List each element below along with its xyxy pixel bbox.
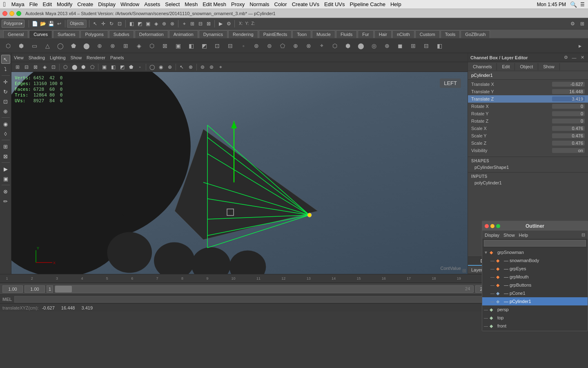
viewport-resize-handle[interactable]: ⊞ xyxy=(461,267,468,274)
save-icon[interactable]: 💾 xyxy=(47,20,55,27)
outliner-item-grpsnowman[interactable]: ▼ ◆ grpSnowman xyxy=(482,248,588,256)
show-manip[interactable]: ⊗ xyxy=(1,187,10,196)
shape-pcylindershape1[interactable]: pCylinderShape1 xyxy=(468,164,588,171)
shelf-icon-17[interactable]: ⊡ xyxy=(211,40,223,52)
vt-icon-16[interactable]: ◉ xyxy=(157,63,165,71)
render2[interactable]: ⚙ xyxy=(225,20,232,27)
rotate-icon[interactable]: ↻ xyxy=(108,20,115,27)
select-icon[interactable]: ↖ xyxy=(91,20,99,27)
shelf-tab-gozbrush[interactable]: GoZBrush xyxy=(461,30,490,38)
vt-icon-8[interactable]: ⬢ xyxy=(79,63,87,71)
shelf-icon-4[interactable]: △ xyxy=(41,40,53,52)
shelf-tab-subdivs[interactable]: Subdivs xyxy=(109,30,134,38)
shelf-tab-toon[interactable]: Toon xyxy=(292,30,311,38)
channel-scale-y[interactable]: Scale Y 0.476 xyxy=(468,132,588,139)
vm-shading[interactable]: Shading xyxy=(29,55,45,60)
vt-icon-22[interactable]: ⌖ xyxy=(216,63,225,71)
vt-icon-9[interactable]: ⬠ xyxy=(88,63,96,71)
vt-icon-21[interactable]: ⊛ xyxy=(207,63,216,71)
channel-visibility[interactable]: Visibility on xyxy=(468,147,588,154)
playback-value2-field[interactable]: 1.00 xyxy=(24,285,45,293)
camera-tool[interactable]: ⊞ xyxy=(1,142,10,151)
vt-icon-15[interactable]: ◯ xyxy=(148,63,156,71)
expand-snowmanbody[interactable]: — xyxy=(490,258,496,263)
menu-edit-uvs[interactable]: Edit UVs xyxy=(324,1,345,7)
mode-dropdown[interactable]: Polygons ▾ xyxy=(2,20,24,28)
shelf-icon-10[interactable]: ⊞ xyxy=(120,40,132,52)
shelf-icon-15[interactable]: ◧ xyxy=(185,40,197,52)
menu-color[interactable]: Color xyxy=(274,1,287,7)
shelf-icon-30[interactable]: ⊕ xyxy=(381,40,393,52)
scale-tool[interactable]: ⊡ xyxy=(1,97,10,106)
expand-pcone1[interactable]: — xyxy=(490,291,496,296)
snap3[interactable]: ⊟ xyxy=(197,20,204,27)
tool4[interactable]: ◈ xyxy=(152,20,160,27)
channel-rotate-x[interactable]: Rotate X 0 xyxy=(468,103,588,110)
shelf-icon-9[interactable]: ⊗ xyxy=(107,40,119,52)
channel-scale-x[interactable]: Scale X 0.476 xyxy=(468,125,588,132)
input-polycylinder1[interactable]: polyCylinder1 xyxy=(468,180,588,186)
menu-create-uvs[interactable]: Create UVs xyxy=(292,1,319,7)
shelf-tab-dynamics[interactable]: Dynamics xyxy=(199,30,227,38)
channel-translate-x[interactable]: Translate X -0.627 xyxy=(468,81,588,88)
ch-rotate-y-value[interactable]: 0 xyxy=(552,111,585,116)
maximize-button[interactable] xyxy=(16,11,21,16)
expand-grpsnowman[interactable]: ▼ xyxy=(484,250,490,255)
shelf-icon-29[interactable]: ◎ xyxy=(368,40,380,52)
shelf-tab-ncloth[interactable]: nCloth xyxy=(392,30,414,38)
vt-icon-3[interactable]: ⊠ xyxy=(31,63,40,71)
vt-icon-6[interactable]: ⬡ xyxy=(61,63,69,71)
playback-start-field[interactable]: 1.00 xyxy=(2,285,23,293)
apple-menu[interactable]:  xyxy=(3,1,6,8)
ch-rotate-z-value[interactable]: 0 xyxy=(552,119,585,123)
vt-icon-17[interactable]: ⊕ xyxy=(166,63,174,71)
shelf-icon-34[interactable]: ◧ xyxy=(433,40,445,52)
select-tool[interactable]: ↖ xyxy=(1,55,10,64)
shelf-icon-14[interactable]: ▣ xyxy=(172,40,184,52)
shelf-icon-25[interactable]: ⌖ xyxy=(316,40,328,52)
vt-icon-12[interactable]: ◩ xyxy=(118,63,126,71)
vt-icon-14[interactable]: ◦ xyxy=(136,63,144,71)
outliner-item-top[interactable]: — ◆ top xyxy=(482,314,588,322)
render-tool[interactable]: ▶ xyxy=(1,164,10,173)
shelf-tab-paintfx[interactable]: PaintEffects xyxy=(259,30,292,38)
vm-panels[interactable]: Panels xyxy=(110,55,124,60)
shelf-icon-21[interactable]: ⊚ xyxy=(263,40,276,52)
shelf-icon-22[interactable]: ⬠ xyxy=(276,40,289,52)
shelf-icon-3[interactable]: ▭ xyxy=(28,40,40,52)
cb-tab-channels[interactable]: Channels xyxy=(468,63,497,70)
shelf-tab-general[interactable]: General xyxy=(3,30,28,38)
vt-icon-5[interactable]: ⊡ xyxy=(49,63,58,71)
minimize-button[interactable] xyxy=(9,11,14,16)
outliner-item-grpmouth[interactable]: — ◆ — grpMouth xyxy=(482,273,588,281)
vt-icon-10[interactable]: ▣ xyxy=(100,63,108,71)
vm-lighting[interactable]: Lighting xyxy=(50,55,66,60)
shelf-icon-23[interactable]: ⊕ xyxy=(290,40,302,52)
vt-icon-1[interactable]: ⊞ xyxy=(13,63,22,71)
menu-normals[interactable]: Normals xyxy=(249,1,269,7)
view-tool[interactable]: ⊠ xyxy=(1,152,10,161)
cb-tab-edit[interactable]: Edit xyxy=(497,63,515,70)
shelf-icon-28[interactable]: ⬤ xyxy=(355,40,367,52)
shelf-icon-7[interactable]: ⬤ xyxy=(80,40,93,52)
expand-pcylinder1[interactable]: — xyxy=(490,299,496,304)
expand-top[interactable]: — xyxy=(484,316,490,320)
channel-rotate-z[interactable]: Rotate Z 0 xyxy=(468,117,588,125)
timeline-scrubber[interactable]: 24 xyxy=(55,285,474,293)
shelf-icon-1[interactable]: ⬡ xyxy=(2,40,14,52)
shelf-icon-27[interactable]: ⬢ xyxy=(342,40,354,52)
menu-pipeline[interactable]: Pipeline Cache xyxy=(350,1,385,7)
shelf-tab-curves[interactable]: Curves xyxy=(29,30,52,38)
expand-grpeyes[interactable]: — xyxy=(490,267,496,271)
sculpt-tool[interactable]: ◊ xyxy=(1,129,10,138)
undo-icon[interactable]: ↩ xyxy=(56,20,63,27)
outliner-search-input[interactable] xyxy=(484,240,586,247)
shelf-icon-18[interactable]: ⊟ xyxy=(224,40,236,52)
shelf-icon-24[interactable]: ⊗ xyxy=(303,40,315,52)
shelf-icon-31[interactable]: ◼ xyxy=(394,40,406,52)
render1[interactable]: ▶ xyxy=(217,20,224,27)
shelf-icon-13[interactable]: ⊠ xyxy=(159,40,171,52)
ch-visibility-value[interactable]: on xyxy=(552,148,585,153)
objects-btn[interactable]: Objects xyxy=(67,20,87,28)
shelf-tab-tools[interactable]: Tools xyxy=(441,30,460,38)
